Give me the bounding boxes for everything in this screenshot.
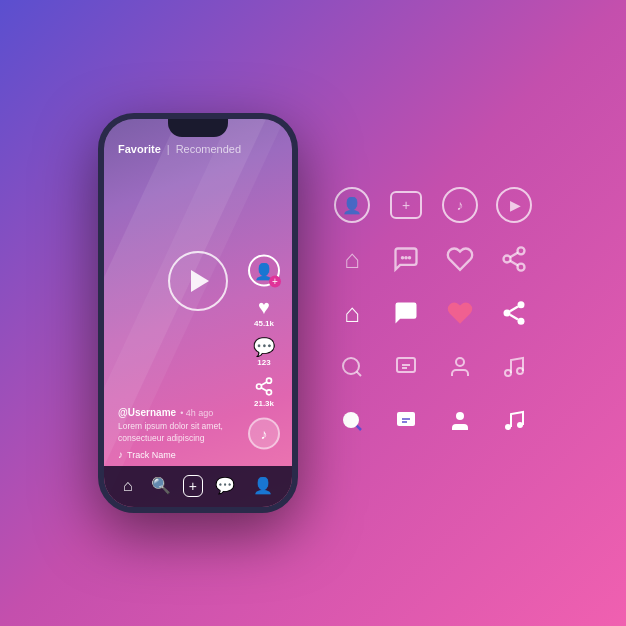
svg-point-8 [518,247,525,254]
heart-outline-cell[interactable] [436,235,484,283]
music-circle-icon: ♪ [442,187,478,223]
nav-messages[interactable]: 💬 [209,474,241,497]
play-circle-icon-cell[interactable]: ▶ [490,181,538,229]
favorite-tab[interactable]: Favorite [118,143,161,155]
nav-home[interactable]: ⌂ [117,475,139,497]
add-video-icon: + [390,191,422,219]
svg-point-23 [456,358,464,366]
share-icon [254,377,274,397]
phone-sidebar: 👤 ♥ 45.1k 💬 123 [248,255,280,450]
chat-solid-cell[interactable] [382,289,430,337]
comments-count: 123 [257,358,270,367]
svg-line-3 [261,388,267,391]
user-add-icon-cell[interactable]: 👤 [328,181,376,229]
music-solid-cell[interactable] [490,397,538,445]
search-solid-icon [340,409,364,433]
svg-point-14 [504,310,511,317]
home-outline-cell[interactable]: ⌂ [328,235,376,283]
chat-solid-icon [392,299,420,327]
svg-point-9 [504,256,511,263]
svg-point-18 [343,358,359,374]
chat-outline-icon [392,245,420,273]
share-solid-icon [500,299,528,327]
nav-search[interactable]: 🔍 [145,474,177,497]
username[interactable]: @Username [118,407,176,418]
nav-add[interactable]: + [183,475,203,497]
profile-outline-icon [448,355,472,379]
home-solid-cell[interactable]: ⌂ [328,289,376,337]
svg-line-11 [510,261,518,266]
home-solid-icon: ⌂ [344,298,360,329]
svg-point-2 [267,390,272,395]
home-outline-icon: ⌂ [344,244,360,275]
profile-outline-cell[interactable] [436,343,484,391]
messages-outline-cell[interactable] [382,343,430,391]
share-group[interactable]: 21.3k [254,377,274,408]
svg-line-16 [510,315,518,320]
main-container: Favorite | Recomended 👤 [0,0,626,626]
search-outline-cell[interactable] [328,343,376,391]
profile-solid-icon [448,409,472,433]
user-add-icon: 👤 [334,187,370,223]
svg-line-27 [357,426,361,430]
play-button[interactable] [168,251,228,311]
sidebar-avatar[interactable]: 👤 [248,255,280,287]
messages-solid-cell[interactable] [382,397,430,445]
comment-group[interactable]: 💬 123 [253,338,275,367]
phone: Favorite | Recomended 👤 [98,113,298,513]
likes-count: 45.1k [254,319,274,328]
post-time: • 4h ago [180,408,213,418]
heart-outline-icon [446,245,474,273]
svg-line-17 [510,307,518,312]
comment-icon: 💬 [253,338,275,356]
music-circle-icon-cell[interactable]: ♪ [436,181,484,229]
icons-panel: 👤 + ♪ ▶ ⌂ [328,181,538,445]
svg-point-24 [505,370,511,376]
share-outline-icon [500,245,528,273]
bottom-nav: ⌂ 🔍 + 💬 👤 [104,466,292,507]
heart-pink-solid-cell[interactable] [436,289,484,337]
svg-point-32 [505,424,511,430]
profile-solid-cell[interactable] [436,397,484,445]
svg-point-25 [517,368,523,374]
svg-line-19 [357,372,361,376]
nav-profile[interactable]: 👤 [247,474,279,497]
heart-pink-solid-icon [446,299,474,327]
play-triangle-icon [191,270,209,292]
messages-solid-icon [394,409,418,433]
search-outline-icon [340,355,364,379]
music-outline-cell[interactable] [490,343,538,391]
svg-point-0 [267,378,272,383]
search-solid-cell[interactable] [328,397,376,445]
like-group[interactable]: ♥ 45.1k [254,297,274,328]
svg-point-1 [257,384,262,389]
heart-icon: ♥ [258,297,270,317]
svg-point-13 [518,301,525,308]
music-badge[interactable]: ♪ [248,418,280,450]
phone-notch [168,119,228,137]
recommended-tab[interactable]: Recomended [176,143,241,155]
track-music-icon: ♪ [118,449,123,460]
add-video-icon-cell[interactable]: + [382,181,430,229]
share-solid-cell[interactable] [490,289,538,337]
svg-line-4 [261,382,267,385]
svg-line-12 [510,253,518,258]
svg-point-26 [343,412,359,428]
messages-outline-icon [394,355,418,379]
shares-count: 21.3k [254,399,274,408]
music-solid-icon [502,409,526,433]
header-divider: | [167,143,170,155]
svg-point-31 [456,412,464,420]
music-outline-icon [502,355,526,379]
track-row: ♪ Track Name [118,449,278,466]
track-name: Track Name [127,450,176,460]
phone-wrapper: Favorite | Recomended 👤 [98,113,298,513]
music-badge-icon: ♪ [261,426,268,442]
chat-outline-cell[interactable] [382,235,430,283]
play-circle-icon: ▶ [496,187,532,223]
svg-point-10 [518,264,525,271]
svg-point-33 [517,422,523,428]
svg-point-15 [518,318,525,325]
phone-screen: Favorite | Recomended 👤 [104,119,292,507]
share-outline-cell[interactable] [490,235,538,283]
